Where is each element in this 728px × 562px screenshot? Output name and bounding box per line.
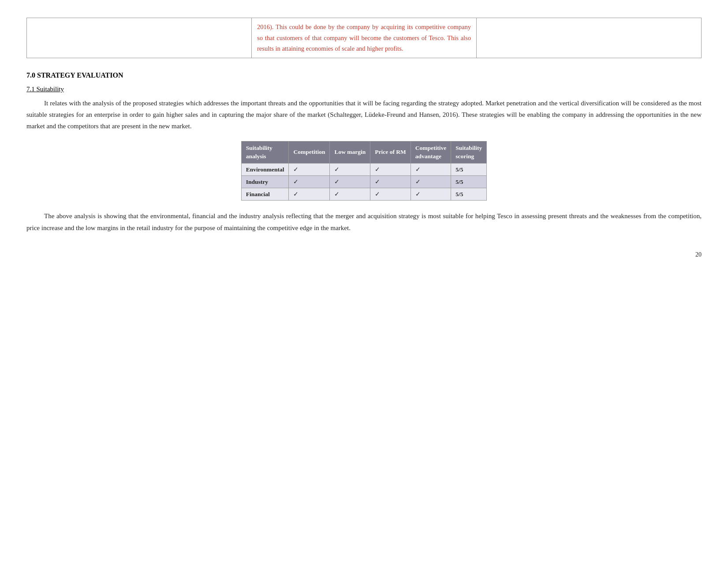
table-row: Environmental ✓ ✓ ✓ ✓ 5/5 xyxy=(241,164,487,176)
top-table-content: 2016). This could be done by the company… xyxy=(252,18,477,58)
row-low-margin: ✓ xyxy=(330,176,370,188)
subsection-heading: 7.1 Suitability xyxy=(26,86,702,93)
suitability-table-wrapper: Suitabilityanalysis Competition Low marg… xyxy=(26,141,702,201)
table-row: Industry ✓ ✓ ✓ ✓ 5/5 xyxy=(241,176,487,188)
row-competition: ✓ xyxy=(289,164,330,176)
row-competitive: ✓ xyxy=(411,176,451,188)
row-label: Financial xyxy=(241,188,289,201)
row-low-margin: ✓ xyxy=(330,188,370,201)
col-price-rm: Price of RM xyxy=(370,141,411,164)
section-para1: It relates with the analysis of the prop… xyxy=(26,97,702,132)
section-para2: The above analysis is showing that the e… xyxy=(26,210,702,234)
col-low-margin: Low margin xyxy=(330,141,370,164)
suitability-table-body: Environmental ✓ ✓ ✓ ✓ 5/5 Industry ✓ ✓ ✓… xyxy=(241,164,487,201)
suitability-table-head: Suitabilityanalysis Competition Low marg… xyxy=(241,141,487,164)
top-table-text: 2016). This could be done by the company… xyxy=(257,23,471,52)
row-label: Environmental xyxy=(241,164,289,176)
row-competitive: ✓ xyxy=(411,188,451,201)
row-price-rm: ✓ xyxy=(370,188,411,201)
row-competition: ✓ xyxy=(289,188,330,201)
col-suitability-analysis: Suitabilityanalysis xyxy=(241,141,289,164)
row-price-rm: ✓ xyxy=(370,164,411,176)
suitability-table-header-row: Suitabilityanalysis Competition Low marg… xyxy=(241,141,487,164)
row-scoring: 5/5 xyxy=(451,176,487,188)
col-competition: Competition xyxy=(289,141,330,164)
row-low-margin: ✓ xyxy=(330,164,370,176)
row-price-rm: ✓ xyxy=(370,176,411,188)
page-number: 20 xyxy=(26,251,702,258)
top-table-left-empty xyxy=(27,18,252,58)
section-heading: 7.0 STRATEGY EVALUATION xyxy=(26,71,702,79)
row-competitive: ✓ xyxy=(411,164,451,176)
col-suitability-scoring: Suitabilityscoring xyxy=(451,141,487,164)
suitability-table: Suitabilityanalysis Competition Low marg… xyxy=(241,141,487,201)
table-row: Financial ✓ ✓ ✓ ✓ 5/5 xyxy=(241,188,487,201)
row-scoring: 5/5 xyxy=(451,164,487,176)
top-table-right-empty xyxy=(477,18,702,58)
top-table: 2016). This could be done by the company… xyxy=(26,18,702,58)
row-competition: ✓ xyxy=(289,176,330,188)
col-competitive-advantage: Competitiveadvantage xyxy=(411,141,451,164)
row-scoring: 5/5 xyxy=(451,188,487,201)
row-label: Industry xyxy=(241,176,289,188)
